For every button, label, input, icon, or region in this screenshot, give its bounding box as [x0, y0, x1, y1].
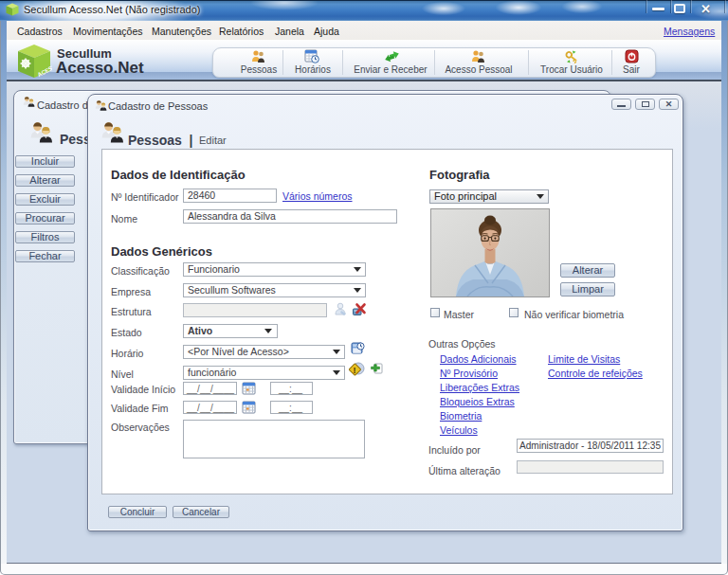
svg-text:!: ! — [354, 366, 356, 375]
